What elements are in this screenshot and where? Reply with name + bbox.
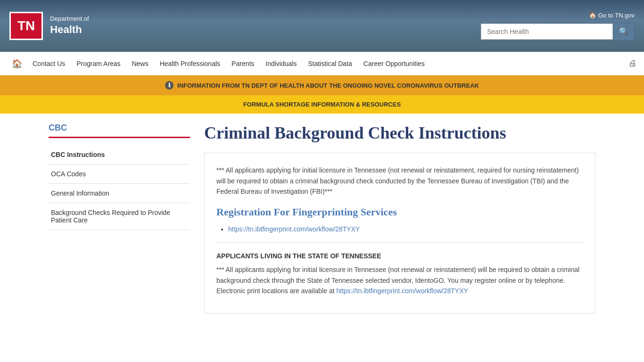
banner-orange-text: INFORMATION FROM TN DEPT OF HEALTH ABOUT… xyxy=(177,82,479,89)
registration-section-title: Registration For Fingerprinting Services xyxy=(216,206,583,218)
sidebar-item-background-checks: Background Checks Required to Provide Pa… xyxy=(49,203,190,230)
sidebar-link-oca-codes[interactable]: OCA Codes xyxy=(49,165,190,183)
dept-name: Department of Health xyxy=(50,15,89,36)
sidebar-nav-list: CBC Instructions OCA Codes General Infor… xyxy=(49,145,190,230)
header-logo-area: TN Department of Health xyxy=(9,12,89,40)
search-icon: 🔍 xyxy=(619,27,628,36)
info-icon: ℹ xyxy=(165,81,173,90)
sidebar-link-cbc-instructions[interactable]: CBC Instructions xyxy=(49,145,190,164)
main-content: Criminal Background Check Instructions *… xyxy=(204,123,595,323)
nav-link-program[interactable]: Program Areas xyxy=(71,53,126,74)
print-icon[interactable]: 🖨 xyxy=(628,58,637,68)
nav-item-contact: Contact Us xyxy=(27,53,71,74)
nav-link-career[interactable]: Career Opportunities xyxy=(358,53,430,74)
nav-link-news[interactable]: News xyxy=(126,53,154,74)
dept-of-label: Department of xyxy=(50,15,89,23)
search-button[interactable]: 🔍 xyxy=(613,23,635,41)
nav-link-parents[interactable]: Parents xyxy=(226,53,260,74)
content-divider xyxy=(216,242,583,243)
nav-item-statistical: Statistical Data xyxy=(302,53,357,74)
applicants-text: *** All applicants applying for initial … xyxy=(216,264,583,296)
sidebar-link-background-checks[interactable]: Background Checks Required to Provide Pa… xyxy=(49,203,190,230)
search-container: 🔍 xyxy=(481,23,635,41)
nav-link-health-prof[interactable]: Health Professionals xyxy=(154,53,226,74)
applicants-heading: APPLICANTS LIVING IN THE STATE OF TENNES… xyxy=(216,252,583,260)
site-header: TN Department of Health 🏠 Go to TN.gov 🔍 xyxy=(0,0,644,52)
nav-item-news: News xyxy=(126,53,154,74)
nav-item-individuals: Individuals xyxy=(260,53,302,74)
header-right-area: 🏠 Go to TN.gov 🔍 xyxy=(481,12,635,41)
intro-text: *** All applicants applying for initial … xyxy=(216,165,583,197)
sidebar-item-oca-codes: OCA Codes xyxy=(49,165,190,184)
nav-link-contact[interactable]: Contact Us xyxy=(27,53,71,74)
page-title: Criminal Background Check Instructions xyxy=(204,123,595,143)
home-icon: 🏠 xyxy=(589,12,596,19)
nav-item-health-prof: Health Professionals xyxy=(154,53,226,74)
tn-logo: TN xyxy=(9,12,43,40)
sidebar-title-link[interactable]: CBC xyxy=(49,123,190,138)
banner-yellow-text: FORMULA SHORTAGE INFORMATION & RESOURCES xyxy=(243,101,401,108)
search-input[interactable] xyxy=(481,24,613,40)
sidebar: CBC CBC Instructions OCA Codes General I… xyxy=(49,123,190,323)
fingerprint-link[interactable]: https://tn.ibtfingerprint.com/workflow/2… xyxy=(228,225,360,233)
fingerprint-link-list: https://tn.ibtfingerprint.com/workflow/2… xyxy=(216,225,583,233)
applicants-link[interactable]: https://tn.ibtfingerprint.com/workflow/2… xyxy=(336,287,468,295)
sidebar-item-cbc-instructions: CBC Instructions xyxy=(49,145,190,165)
main-wrapper: CBC CBC Instructions OCA Codes General I… xyxy=(39,114,605,332)
nav-item-program: Program Areas xyxy=(71,53,126,74)
content-box: *** All applicants applying for initial … xyxy=(204,153,595,313)
health-label: Health xyxy=(50,23,89,37)
formula-shortage-banner[interactable]: FORMULA SHORTAGE INFORMATION & RESOURCES xyxy=(0,95,644,114)
nav-link-individuals[interactable]: Individuals xyxy=(260,53,302,74)
coronavirus-banner[interactable]: ℹ INFORMATION FROM TN DEPT OF HEALTH ABO… xyxy=(0,75,644,95)
sidebar-link-general-info[interactable]: General Information xyxy=(49,184,190,203)
nav-item-parents: Parents xyxy=(226,53,260,74)
go-to-tn-link[interactable]: 🏠 Go to TN.gov xyxy=(589,12,635,19)
fingerprint-link-item: https://tn.ibtfingerprint.com/workflow/2… xyxy=(228,225,583,233)
nav-link-statistical[interactable]: Statistical Data xyxy=(302,53,357,74)
nav-item-career: Career Opportunities xyxy=(358,53,430,74)
nav-items-list: Contact Us Program Areas News Health Pro… xyxy=(27,53,628,74)
main-nav: 🏠 Contact Us Program Areas News Health P… xyxy=(0,52,644,75)
nav-home-link[interactable]: 🏠 xyxy=(7,51,27,76)
sidebar-item-general-info: General Information xyxy=(49,184,190,203)
